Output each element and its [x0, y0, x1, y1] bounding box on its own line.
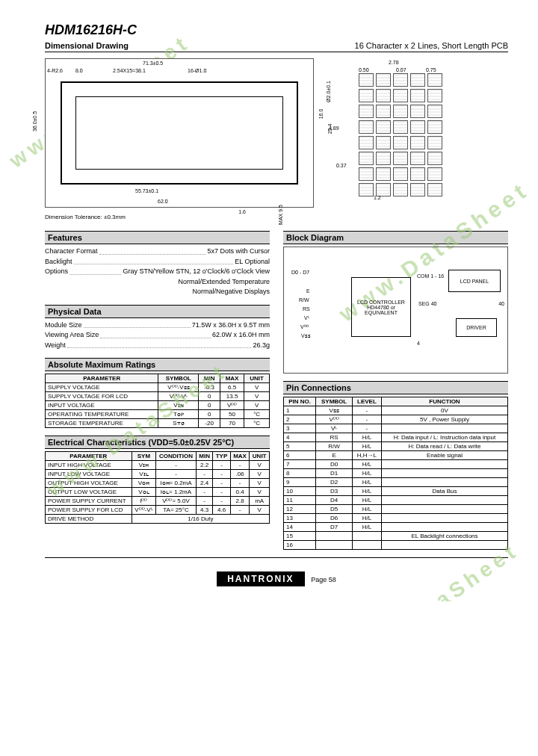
table-header: MIN [199, 374, 220, 383]
table-header: MAX [220, 374, 244, 383]
signal-label: D0 - D7 [291, 270, 309, 275]
signal-label: Vᴸ [304, 315, 309, 321]
bus-label: 40 [498, 301, 504, 306]
table-header: UNIT [244, 374, 270, 383]
table-row: POWER SUPPLY FOR LCDVᴰᴰ-VᴸTA= 25°C4.34.6… [46, 506, 270, 515]
table-row: DRIVE METHOD1/16 Duty [46, 515, 270, 524]
physical-list: Module Size71.5W x 36.0H x 9.5T mmViewin… [45, 320, 270, 351]
table-header: CONDITION [156, 452, 197, 461]
dim-label: 4.89 [329, 126, 339, 131]
subtitle: Dimensional Drawing [45, 41, 129, 50]
dim-label: 1.6 [238, 209, 246, 214]
table-row: 2Vᴰᴰ-5V , Power Supply [284, 415, 508, 424]
dimensional-drawing-area: 71.3±0.5 2.54X15=38.1 16-Ø1.0 8.0 4-R2.6… [45, 58, 508, 208]
controller-block: LCD CONTROLLER HD44780 or EQUIVALENT [351, 277, 411, 337]
signal-label: Vᴰᴰ [300, 324, 309, 330]
table-row: 13D6H/L [284, 514, 508, 523]
page-number: Page 58 [311, 576, 336, 583]
block-diagram-heading: Block Diagram [283, 231, 508, 244]
table-header: MIN [196, 452, 212, 461]
table-row: 6EH,H→LEnable signal [284, 451, 508, 460]
table-header: PARAMETER [46, 374, 158, 383]
signal-label: E [306, 288, 310, 294]
bus-label: COM 1 - 16 [417, 273, 444, 279]
dim-label: 71.3±0.5 [143, 61, 163, 66]
abs-max-table: PARAMETERSYMBOLMINMAXUNITSUPPLY VOLTAGEV… [45, 374, 270, 428]
part-number-title: HDM16216H-C [45, 22, 508, 38]
dim-label: 1.2 [374, 195, 381, 200]
abs-max-heading: Absolute Maximum Ratings [45, 358, 270, 371]
table-header: SYMBOL [158, 374, 199, 383]
block-diagram: LCD CONTROLLER HD44780 or EQUIVALENT LCD… [283, 247, 508, 374]
bus-label: 4 [417, 341, 420, 346]
dim-label: 16-Ø1.0 [188, 68, 206, 73]
table-header: PARAMETER [46, 452, 132, 461]
spec-line: Module Size71.5W x 36.0H x 9.5T mm [45, 320, 270, 331]
table-row: INPUT HIGH VOLTAGEVɪʜ-2.2--V [46, 461, 270, 470]
module-outline-drawing: 71.3±0.5 2.54X15=38.1 16-Ø1.0 8.0 4-R2.6… [45, 58, 314, 208]
physical-heading: Physical Data [45, 305, 270, 318]
dim-label: 2.54X15=38.1 [113, 68, 146, 73]
driver-block: DRIVER [456, 318, 497, 337]
table-row: OUTPUT HIGH VOLTAGEVᴏʜIᴏʜ= 0.2mA2.4--V [46, 479, 270, 488]
table-row: 16 [284, 541, 508, 550]
dim-label: 55.73±0.1 [135, 188, 158, 193]
dim-label: 0.07 [396, 67, 406, 72]
table-header: UNIT [250, 452, 270, 461]
table-row: OPERATING TEMPERATURETᴏᴘ050°C [46, 410, 270, 419]
spec-line: OptionsGray STN/Yellow STN, 12 o'Clock/6… [45, 267, 270, 277]
table-header: FUNCTION [381, 397, 507, 406]
character-detail-drawing: 2.78 0.50 0.07 0.75 4.89 0.37 1.2 [329, 58, 463, 200]
table-row: OUTPUT LOW VOLTAGEVᴏʟIᴏʟ= 1.2mA--0.4V [46, 488, 270, 497]
dim-label: 8.0 [75, 68, 83, 73]
table-row: INPUT VOLTAGEVɪɴ0VᴰᴰV [46, 401, 270, 410]
pin-table: PIN NO.SYMBOLLEVELFUNCTION1Vꜱꜱ-0V2Vᴰᴰ-5V… [283, 397, 508, 550]
table-row: POWER SUPPLY CURRENTIᴰᴰVᴰᴰ= 5.0V--2.8mA [46, 497, 270, 506]
table-row: 5R/WH/LH: Data read / L: Data write [284, 442, 508, 451]
features-heading: Features [45, 231, 270, 244]
table-header: MAX [230, 452, 250, 461]
features-list: Character Format5x7 Dots with CursorBack… [45, 247, 270, 297]
bus-label: SEG 40 [418, 301, 437, 306]
pin-heading: Pin Connections [283, 381, 508, 394]
dim-label: MAX 9.5 [278, 205, 283, 225]
table-header: SYMBOL [316, 397, 353, 406]
table-row: INPUT LOW VOLTAGEVɪʟ---.06V [46, 470, 270, 479]
table-row: SUPPLY VOLTAGEVᴰᴰ-Vꜱꜱ-0.36.5V [46, 383, 270, 392]
table-header: LEVEL [352, 397, 381, 406]
dim-label: 62.0 [158, 199, 168, 204]
dim-label: 4-R2.6 [47, 68, 63, 73]
table-row: 3Vᴸ- [284, 424, 508, 433]
table-header: SYM [132, 452, 155, 461]
table-row: STORAGE TEMPERATURESᴛɢ-2070°C [46, 419, 270, 428]
spec-line: Character Format5x7 Dots with Cursor [45, 247, 270, 257]
table-row: 4RSH/LH: Data input / L: Instruction dat… [284, 433, 508, 442]
dim-label: 0.50 [359, 67, 369, 72]
right-column: Block Diagram LCD CONTROLLER HD44780 or … [283, 231, 508, 550]
spec-line: 16 Character x 2 Lines, Short Length PCB [355, 41, 508, 50]
table-row: 11D4H/L [284, 496, 508, 505]
table-header: PIN NO. [284, 397, 316, 406]
spec-line: Normal/Extended Temperature [45, 277, 270, 288]
elec-heading: Electrical Characteristics (VDD=5.0±0.25… [45, 436, 270, 449]
signal-label: Vꜱꜱ [301, 333, 311, 339]
lcd-panel-block: LCD PANEL [448, 270, 501, 292]
spec-line: Normal/Negative Displays [45, 287, 270, 297]
dim-label: 0.75 [426, 67, 436, 72]
dim-label: 0.37 [336, 163, 347, 168]
brand-footer: HANTRONIX [217, 571, 304, 586]
dim-label: 16.0 [319, 109, 324, 120]
tolerance-note: Dimension Tolerance: ±0.3mm [45, 214, 508, 220]
spec-line: Viewing Area Size62.0W x 16.0H mm [45, 330, 270, 341]
signal-label: RS [303, 306, 310, 312]
table-row: SUPPLY VOLTAGE FOR LCDVᴰᴰ-Vᴸ013.5V [46, 392, 270, 401]
left-column: Features Character Format5x7 Dots with C… [45, 231, 270, 550]
table-row: 15EL Backlight connections [284, 532, 508, 541]
dim-label: 2.78 [389, 60, 399, 65]
table-header: TYP [213, 452, 230, 461]
elec-table: PARAMETERSYMCONDITIONMINTYPMAXUNITINPUT … [45, 451, 270, 524]
table-row: 8D1H/L [284, 469, 508, 478]
table-row: 14D7H/L [284, 523, 508, 532]
table-row: 10D3H/LData Bus [284, 487, 508, 496]
signal-label: R/W [299, 297, 309, 303]
